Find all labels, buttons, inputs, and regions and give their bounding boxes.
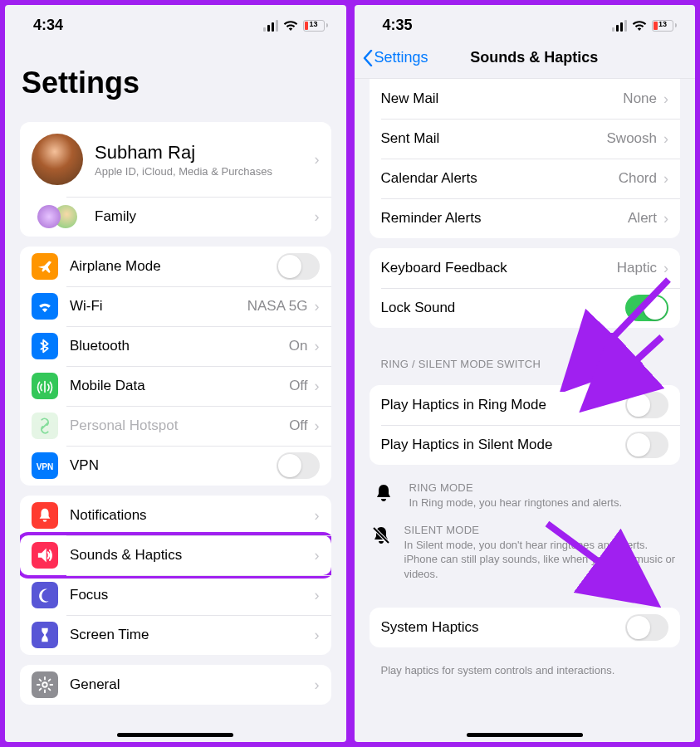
row-label: Notifications [70,507,315,524]
row-value: Haptic [617,260,657,276]
lock-sound-row[interactable]: Lock Sound [370,288,681,328]
chevron-right-icon: › [315,627,320,644]
sent-mail-row[interactable]: Sent MailSwoosh› [370,119,681,159]
row-value: Off [289,417,307,434]
family-avatars-icon [37,205,77,228]
svg-point-1 [42,682,47,687]
apple-id-group: Subham Raj Apple ID, iCloud, Media & Pur… [20,122,331,237]
row-label: Reminder Alerts [381,210,629,227]
avatar [32,134,83,185]
row-label: Airplane Mode [70,258,277,275]
row-value: None [623,90,657,107]
row-value: On [289,338,308,354]
row-label: Mobile Data [70,378,289,394]
home-indicator[interactable] [117,733,233,737]
page-title: Settings [5,41,346,112]
reminder-alerts-row[interactable]: Reminder AlertsAlert› [370,198,681,238]
sound-assignments-group: New MailNone›Sent MailSwoosh›Calendar Al… [370,79,681,238]
chevron-right-icon: › [315,208,320,226]
ring-mode-info: Ring Mode In Ring mode, you hear rington… [355,475,696,517]
vpn-row[interactable]: VPNVPN [20,446,331,486]
system-haptics-group: System Haptics [370,608,681,647]
row-label: Sounds & Haptics [70,547,315,564]
mobile-data-row[interactable]: Mobile DataOff› [20,366,331,406]
wifi-icon [32,293,58,320]
family-label: Family [95,208,315,225]
chevron-right-icon: › [315,587,320,604]
row-value: Swoosh [607,130,657,147]
row-label: Calendar Alerts [381,170,619,187]
home-indicator[interactable] [467,733,583,737]
focus-row[interactable]: Focus› [20,575,331,615]
row-label: Bluetooth [70,338,289,354]
row-label: Personal Hotspot [70,417,289,434]
apple-id-row[interactable]: Subham Raj Apple ID, iCloud, Media & Pur… [20,122,331,197]
keyboard-lock-group: Keyboard Feedback Haptic › Lock Sound [370,248,681,328]
section-header: Ring / Silent Mode Switch [355,338,696,375]
chevron-right-icon: › [315,151,320,168]
row-label: Wi-Fi [70,298,247,315]
toggle[interactable] [625,392,668,418]
nav-header: Settings Sounds & Haptics [355,41,696,79]
keyboard-feedback-row[interactable]: Keyboard Feedback Haptic › [370,248,681,288]
new-mail-row[interactable]: New MailNone› [370,79,681,119]
bell-icon [32,502,58,529]
bell-icon [374,483,393,510]
battery-indicator: 13 [652,20,677,32]
chevron-right-icon: › [315,676,320,694]
row-label: Lock Sound [381,300,626,316]
chevron-right-icon: › [663,260,668,277]
row-label: Sent Mail [381,130,607,147]
row-value: Alert [628,210,657,227]
row-label: Screen Time [70,627,315,643]
silent-mode-info: Silent Mode In Silent mode, you don't he… [355,517,696,588]
bell-slash-icon [371,525,391,582]
chevron-right-icon: › [663,210,668,227]
airplane-icon [32,253,58,280]
profile-name: Subham Raj [95,142,315,164]
toggle[interactable] [277,452,320,479]
airplane-mode-row[interactable]: Airplane Mode [20,247,331,286]
wifi-icon [283,20,298,32]
bt-icon [32,333,58,359]
bluetooth-row[interactable]: BluetoothOn› [20,326,331,366]
notifications-row[interactable]: Notifications› [20,496,331,535]
connectivity-group: Airplane ModeWi-FiNASA 5G›BluetoothOn›Mo… [20,247,331,486]
cellular-icon [612,20,627,32]
play-haptics-in-ring-mode-row[interactable]: Play Haptics in Ring Mode [370,385,681,425]
row-label: New Mail [381,90,624,107]
screen-time-row[interactable]: Screen Time› [20,615,331,655]
haptics-group: Play Haptics in Ring ModePlay Haptics in… [370,385,681,465]
lock-sound-toggle[interactable] [625,295,668,321]
chevron-right-icon: › [315,547,320,564]
row-label: General [70,676,315,693]
info-title: Ring Mode [409,481,623,494]
personal-hotspot-row[interactable]: Personal HotspotOff› [20,406,331,446]
system-haptics-toggle[interactable] [625,614,668,641]
toggle[interactable] [277,253,320,280]
info-body: In Ring mode, you hear ringtones and ale… [409,496,623,510]
notifications-group: Notifications›Sounds & Haptics›Focus›Scr… [20,496,331,655]
family-row[interactable]: Family › [20,197,331,237]
status-bar: 4:35 13 [355,5,696,41]
row-value: Chord [619,170,657,187]
system-haptics-row[interactable]: System Haptics [370,608,681,647]
row-label: Play Haptics in Ring Mode [381,397,626,413]
wi-fi-row[interactable]: Wi-FiNASA 5G› [20,286,331,326]
play-haptics-in-silent-mode-row[interactable]: Play Haptics in Silent Mode [370,425,681,465]
footnote: Play haptics for system controls and int… [355,657,696,676]
sounds-haptics-row[interactable]: Sounds & Haptics› [20,535,331,575]
nav-title: Sounds & Haptics [382,49,687,66]
row-label: Keyboard Feedback [381,260,617,276]
general-row[interactable]: General› [20,665,331,705]
calendar-alerts-row[interactable]: Calendar AlertsChord› [370,159,681,198]
chevron-right-icon: › [315,417,320,435]
chevron-right-icon: › [663,170,668,188]
row-value: Off [289,378,307,394]
chevron-right-icon: › [663,130,668,148]
row-value: NASA 5G [247,298,308,315]
toggle[interactable] [625,432,668,458]
profile-sub: Apple ID, iCloud, Media & Purchases [95,165,315,178]
chevron-right-icon: › [663,90,668,108]
hour-icon [32,622,58,648]
